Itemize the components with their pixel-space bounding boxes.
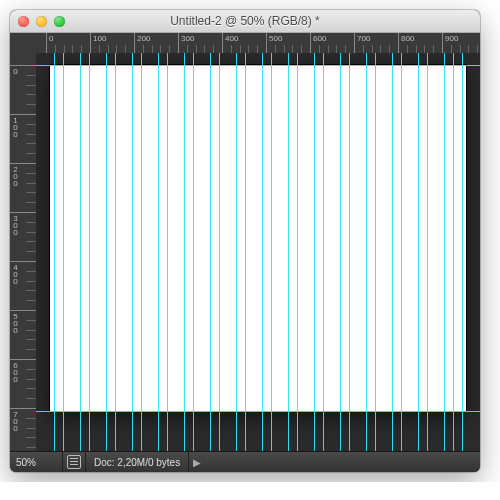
close-icon[interactable] xyxy=(18,16,29,27)
guide-vertical[interactable] xyxy=(89,53,90,451)
guide-vertical[interactable] xyxy=(297,53,298,451)
ruler-v-tick: 700 xyxy=(10,408,36,409)
guide-vertical[interactable] xyxy=(210,53,211,451)
guide-vertical[interactable] xyxy=(323,53,324,451)
guide-vertical[interactable] xyxy=(340,53,341,451)
ruler-v-tick: 300 xyxy=(10,212,36,213)
viewport[interactable] xyxy=(36,53,480,451)
guide-vertical[interactable] xyxy=(262,53,263,451)
ruler-h-tick xyxy=(442,33,443,53)
guide-vertical[interactable] xyxy=(141,53,142,451)
zoom-level[interactable]: 50% xyxy=(10,452,63,472)
ruler-h-tick xyxy=(222,33,223,53)
guide-vertical[interactable] xyxy=(401,53,402,451)
guide-vertical[interactable] xyxy=(106,53,107,451)
guide-vertical[interactable] xyxy=(462,53,463,451)
note-icon xyxy=(67,455,81,469)
ruler-v-tick: 100 xyxy=(10,114,36,115)
ruler-h-tick xyxy=(398,33,399,53)
guide-horizontal[interactable] xyxy=(36,65,480,66)
document-info-icon[interactable] xyxy=(63,452,86,472)
guide-vertical[interactable] xyxy=(158,53,159,451)
ruler-v-tick: 500 xyxy=(10,310,36,311)
guide-vertical[interactable] xyxy=(219,53,220,451)
document-size[interactable]: Doc: 2,20M/0 bytes xyxy=(86,452,189,472)
ruler-h-tick xyxy=(90,33,91,53)
guide-vertical[interactable] xyxy=(184,53,185,451)
ruler-v-tick: 600 xyxy=(10,359,36,360)
workspace: 0100200300400500600700800 xyxy=(10,33,480,451)
document-window: Untitled-2 @ 50% (RGB/8) * 0100200300400… xyxy=(10,10,480,472)
guide-vertical[interactable] xyxy=(427,53,428,451)
guide-vertical[interactable] xyxy=(236,53,237,451)
guide-vertical[interactable] xyxy=(132,53,133,451)
guide-vertical[interactable] xyxy=(193,53,194,451)
guide-vertical[interactable] xyxy=(418,53,419,451)
ruler-h-tick xyxy=(178,33,179,53)
guide-vertical[interactable] xyxy=(375,53,376,451)
guide-vertical[interactable] xyxy=(444,53,445,451)
ruler-vertical[interactable]: 0100200300400500600700800 xyxy=(10,53,37,451)
ruler-h-tick xyxy=(134,33,135,53)
guide-vertical[interactable] xyxy=(349,53,350,451)
zoom-icon[interactable] xyxy=(54,16,65,27)
window-title: Untitled-2 @ 50% (RGB/8) * xyxy=(10,14,480,28)
ruler-horizontal[interactable] xyxy=(36,33,480,54)
guide-vertical[interactable] xyxy=(54,53,55,451)
ruler-h-tick xyxy=(46,33,47,53)
guide-vertical[interactable] xyxy=(314,53,315,451)
statusbar: 50% Doc: 2,20M/0 bytes ▶ xyxy=(10,451,480,472)
ruler-h-tick xyxy=(266,33,267,53)
ruler-h-tick xyxy=(310,33,311,53)
guide-vertical[interactable] xyxy=(63,53,64,451)
guide-vertical[interactable] xyxy=(453,53,454,451)
ruler-corner[interactable] xyxy=(10,33,37,54)
guide-vertical[interactable] xyxy=(366,53,367,451)
guide-vertical[interactable] xyxy=(271,53,272,451)
guide-vertical[interactable] xyxy=(288,53,289,451)
guide-horizontal[interactable] xyxy=(36,411,480,412)
canvas[interactable] xyxy=(50,65,466,411)
guide-vertical[interactable] xyxy=(167,53,168,451)
minimize-icon[interactable] xyxy=(36,16,47,27)
more-arrow-icon[interactable]: ▶ xyxy=(189,452,205,472)
ruler-v-tick: 200 xyxy=(10,163,36,164)
ruler-h-tick xyxy=(354,33,355,53)
guide-vertical[interactable] xyxy=(392,53,393,451)
guide-vertical[interactable] xyxy=(115,53,116,451)
guide-vertical[interactable] xyxy=(245,53,246,451)
ruler-v-tick: 400 xyxy=(10,261,36,262)
ruler-v-tick: 0 xyxy=(10,65,36,66)
traffic-lights xyxy=(10,16,65,27)
titlebar[interactable]: Untitled-2 @ 50% (RGB/8) * xyxy=(10,10,480,33)
guide-vertical[interactable] xyxy=(80,53,81,451)
